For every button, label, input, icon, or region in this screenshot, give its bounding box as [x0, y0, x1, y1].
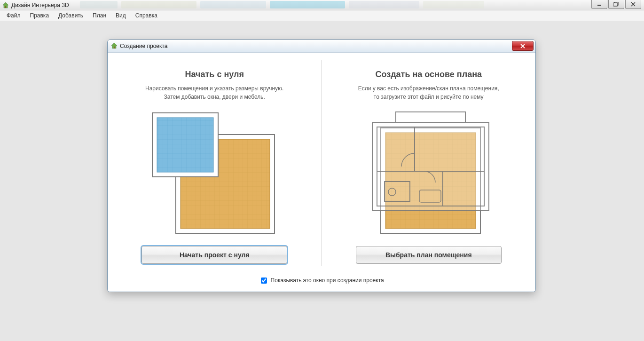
maximize-button[interactable] — [608, 0, 624, 9]
choose-plan-button[interactable]: Выбрать план помещения — [356, 246, 502, 264]
app-icon — [2, 1, 9, 9]
left-illustration — [122, 109, 307, 240]
menu-plan[interactable]: План — [88, 11, 111, 20]
right-heading: Создать на основе плана — [336, 70, 522, 79]
svg-rect-20 — [372, 122, 489, 211]
panel-start-from-scratch: Начать с нуля Нарисовать помещения и ука… — [108, 53, 322, 273]
left-desc-line2: Затем добавить окна, двери и мебель. — [164, 94, 265, 100]
svg-rect-22 — [396, 112, 465, 122]
dialog-icon — [110, 42, 118, 51]
dialog-footer: Показывать это окно при создании проекта — [108, 273, 535, 292]
menu-add[interactable]: Добавить — [54, 11, 88, 20]
svg-rect-1 — [5, 6, 6, 8]
dialog-titlebar: Создание проекта — [108, 40, 535, 53]
show-on-create-text: Показывать это окно при создании проекта — [271, 277, 384, 284]
panel-from-plan: Создать на основе плана Если у вас есть … — [322, 53, 536, 273]
start-from-scratch-button[interactable]: Начать проект с нуля — [141, 246, 287, 264]
show-on-create-checkbox[interactable] — [261, 278, 267, 284]
app-titlebar: Дизайн Интерьера 3D — [0, 0, 644, 10]
menubar: Файл Правка Добавить План Вид Справка — [0, 10, 644, 21]
svg-rect-8 — [114, 47, 115, 48]
right-desc-line2: то загрузите этот файл и рисуйте по нему — [374, 94, 484, 100]
menu-view[interactable]: Вид — [111, 11, 131, 20]
window-controls — [591, 0, 641, 9]
create-project-dialog: Создание проекта Начать с нуля Нарисоват… — [107, 40, 536, 292]
menu-edit[interactable]: Правка — [25, 11, 54, 20]
dialog-close-button[interactable] — [512, 41, 534, 51]
workspace: Создание проекта Начать с нуля Нарисоват… — [0, 21, 644, 341]
dialog-title: Создание проекта — [120, 43, 167, 49]
right-desc: Если у вас есть изображение/скан плана п… — [344, 84, 513, 101]
minimize-button[interactable] — [591, 0, 607, 9]
show-on-create-label[interactable]: Показывать это окно при создании проекта — [259, 277, 384, 284]
right-illustration — [336, 109, 522, 240]
menu-help[interactable]: Справка — [131, 11, 162, 20]
menu-file[interactable]: Файл — [2, 11, 25, 20]
left-desc-line1: Нарисовать помещения и указать размеры в… — [145, 85, 283, 92]
svg-rect-16 — [157, 118, 213, 172]
left-heading: Начать с нуля — [122, 70, 307, 79]
right-desc-line1: Если у вас есть изображение/скан плана п… — [358, 85, 499, 92]
left-desc: Нарисовать помещения и указать размеры в… — [130, 84, 299, 101]
svg-rect-4 — [613, 3, 617, 6]
app-title: Дизайн Интерьера 3D — [11, 2, 69, 8]
background-tabs — [80, 1, 484, 8]
close-button[interactable] — [625, 0, 641, 9]
dialog-body: Начать с нуля Нарисовать помещения и ука… — [108, 53, 535, 273]
